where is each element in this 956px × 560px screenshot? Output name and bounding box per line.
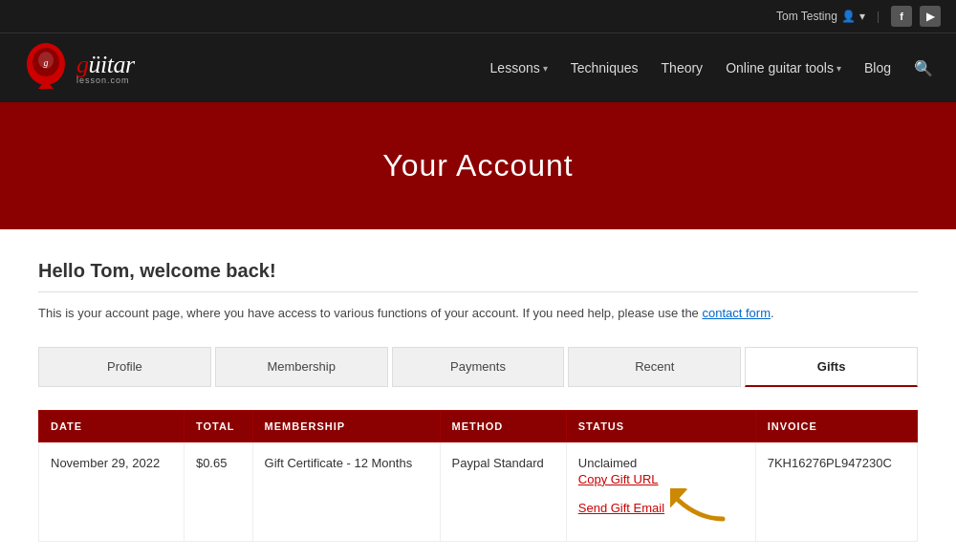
youtube-icon[interactable]: ▶ bbox=[920, 6, 941, 27]
tab-payments[interactable]: Payments bbox=[392, 347, 565, 387]
username-label: Tom Testing bbox=[776, 10, 837, 23]
lessons-dropdown-arrow: ▾ bbox=[543, 63, 548, 74]
tab-profile[interactable]: Profile bbox=[38, 347, 211, 387]
col-status: STATUS bbox=[566, 410, 755, 442]
arrow-indicator bbox=[670, 488, 728, 528]
svg-text:g: g bbox=[44, 57, 49, 68]
nav-blog[interactable]: Blog bbox=[864, 60, 891, 75]
logo-sub: lesson.com bbox=[76, 75, 135, 85]
col-total: TOTAL bbox=[184, 410, 252, 442]
cell-method: Paypal Standard bbox=[440, 442, 566, 541]
user-menu[interactable]: Tom Testing 👤 ▾ bbox=[776, 10, 865, 23]
tab-gifts[interactable]: Gifts bbox=[745, 347, 918, 387]
welcome-heading: Hello Tom, welcome back! bbox=[38, 260, 918, 282]
header: g güitar lesson.com Lessons ▾ Techniques… bbox=[0, 32, 956, 102]
user-icon: 👤 bbox=[841, 10, 856, 23]
hero-banner: Your Account bbox=[0, 102, 956, 229]
col-membership: MEMBERSHIP bbox=[252, 410, 440, 442]
welcome-text: This is your account page, where you hav… bbox=[38, 304, 918, 324]
user-dropdown-arrow: ▾ bbox=[859, 10, 865, 23]
nav-lessons[interactable]: Lessons ▾ bbox=[490, 60, 548, 75]
nav-online-guitar-tools[interactable]: Online guitar tools ▾ bbox=[726, 60, 841, 75]
cell-status: Unclaimed Copy Gift URL Send Gift Email bbox=[566, 442, 755, 541]
hero-title: Your Account bbox=[0, 148, 956, 183]
logo[interactable]: g güitar lesson.com bbox=[23, 43, 135, 93]
tab-recent[interactable]: Recent bbox=[568, 347, 741, 387]
col-method: METHOD bbox=[440, 410, 566, 442]
nav-theory[interactable]: Theory bbox=[662, 60, 704, 75]
facebook-icon[interactable]: f bbox=[891, 6, 912, 27]
divider: | bbox=[877, 10, 880, 23]
contact-form-link[interactable]: contact form bbox=[702, 306, 771, 320]
main-content: Hello Tom, welcome back! This is your ac… bbox=[19, 229, 937, 560]
account-tabs: Profile Membership Payments Recent Gifts bbox=[38, 347, 918, 387]
main-nav: Lessons ▾ Techniques Theory Online guita… bbox=[490, 59, 933, 77]
status-unclaimed-label: Unclaimed bbox=[578, 456, 744, 470]
top-bar: Tom Testing 👤 ▾ | f ▶ bbox=[0, 0, 956, 32]
section-divider bbox=[38, 291, 918, 292]
gifts-table: DATE TOTAL MEMBERSHIP METHOD STATUS INVO… bbox=[38, 410, 918, 542]
search-icon[interactable]: 🔍 bbox=[914, 59, 933, 77]
col-invoice: INVOICE bbox=[755, 410, 917, 442]
arrow-svg bbox=[670, 488, 728, 525]
nav-techniques[interactable]: Techniques bbox=[571, 60, 639, 75]
copy-gift-url-link[interactable]: Copy Gift URL bbox=[578, 472, 744, 486]
cell-membership: Gift Certificate - 12 Months bbox=[252, 442, 440, 541]
cell-total: $0.65 bbox=[184, 442, 252, 541]
cell-date: November 29, 2022 bbox=[39, 442, 185, 541]
social-links: f ▶ bbox=[891, 6, 941, 27]
table-row: November 29, 2022 $0.65 Gift Certificate… bbox=[39, 442, 918, 541]
cell-invoice: 7KH16276PL947230C bbox=[755, 442, 917, 541]
send-gift-email-link[interactable]: Send Gift Email bbox=[578, 501, 664, 515]
col-date: DATE bbox=[39, 410, 185, 442]
tab-membership[interactable]: Membership bbox=[215, 347, 388, 387]
tools-dropdown-arrow: ▾ bbox=[836, 63, 841, 74]
table-header-row: DATE TOTAL MEMBERSHIP METHOD STATUS INVO… bbox=[39, 410, 918, 442]
logo-pick-icon: g bbox=[23, 43, 69, 93]
